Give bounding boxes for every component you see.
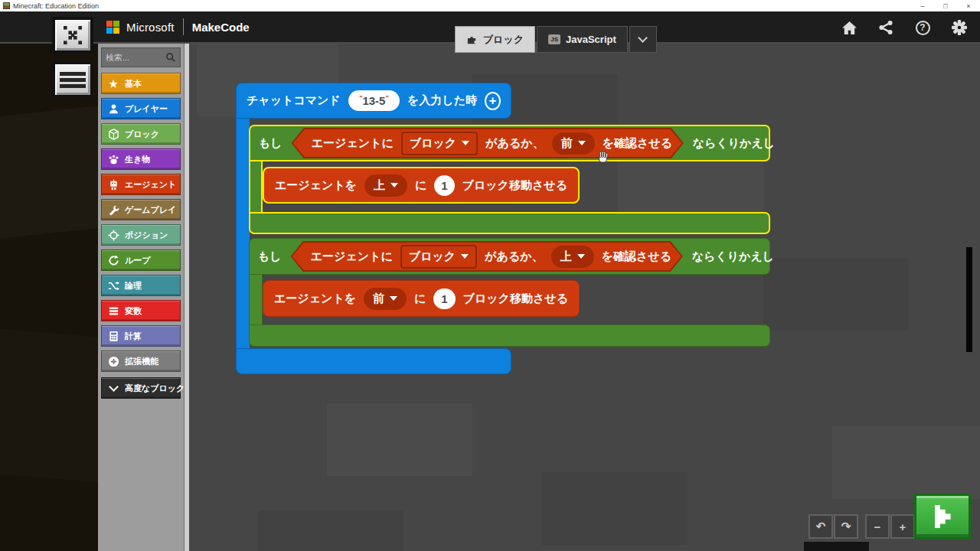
repeat-while-block-1-spine[interactable] [249, 161, 263, 212]
toolbox-category-agent[interactable]: エージェント [101, 174, 181, 195]
editor-tabs: ブロック JS JavaScript [455, 26, 657, 53]
microsoft-logo-icon [106, 21, 119, 34]
microsoft-label: Microsoft [126, 21, 175, 34]
loop-icon [107, 254, 119, 266]
toolbox-category-variables[interactable]: 変数 [101, 300, 181, 321]
play-button[interactable] [914, 494, 971, 540]
chat-command-block[interactable]: チャットコマンド "13-5" を入力した時 + [236, 83, 511, 119]
share-button[interactable] [877, 19, 894, 36]
restore-button[interactable]: □ [934, 0, 957, 11]
repeat-while-block-1-foot[interactable] [249, 212, 770, 234]
repeat-while-block-2-spine[interactable] [249, 275, 263, 325]
chat-command-block-foot[interactable] [236, 348, 511, 374]
chevron-down-icon [107, 382, 119, 394]
search-input[interactable] [106, 53, 165, 62]
game-menu-button[interactable] [52, 61, 93, 98]
window-controls: – □ × [911, 0, 980, 11]
move-direction-dropdown[interactable]: 前 [364, 288, 407, 310]
agent-move-block-2[interactable]: エージェントを 前 に 1 ブロック移動させる [263, 280, 580, 317]
terrain-shade [0, 328, 98, 482]
home-button[interactable] [841, 19, 858, 36]
pixel-x-icon [63, 26, 83, 44]
cube-icon [107, 128, 119, 140]
undo-button[interactable]: ↶ [808, 514, 833, 539]
target-icon [107, 229, 119, 241]
dropdown-caret-icon [461, 254, 469, 259]
tab-javascript-label: JavaScript [566, 34, 616, 45]
toolbox-category-mobs[interactable]: 生き物 [101, 148, 181, 170]
toolbox-category-math[interactable]: 計算 [101, 325, 181, 347]
undo-icon: ↶ [816, 520, 826, 533]
detect-direction-dropdown[interactable]: 前 [552, 132, 595, 155]
toolbox-category-basic[interactable]: ★ 基本 [101, 73, 181, 94]
nav-actions: ? [841, 11, 980, 44]
search-icon [165, 52, 176, 63]
brand-divider [183, 18, 184, 35]
help-icon: ? [916, 21, 930, 35]
os-titlebar: Minecraft: Education Edition – □ × [0, 0, 980, 11]
dropdown-caret-icon [462, 141, 469, 145]
repeat-while-block-2[interactable]: もし エージェントに ブロック があるか、 上 を確認させる ならくりかえし [249, 238, 770, 275]
player-icon [107, 103, 119, 115]
move-count-field[interactable]: 1 [434, 175, 454, 196]
plus-icon: + [900, 520, 906, 533]
move-count-field[interactable]: 1 [433, 289, 455, 309]
redo-icon: ↷ [841, 520, 851, 533]
minus-icon: − [874, 520, 881, 533]
repeat-while-block-1[interactable]: もし エージェントに ブロック があるか、 前 を確認させる ならくりかえし [249, 125, 770, 161]
agent-icon [107, 178, 119, 191]
toolbox-category-gameplay[interactable]: ゲームプレイ [101, 199, 181, 220]
toolbox-category-position[interactable]: ポジション [101, 224, 181, 246]
tab-blocks[interactable]: ブロック [455, 26, 535, 53]
detect-type-dropdown[interactable]: ブロック [401, 132, 478, 155]
toolbox-category-player[interactable]: プレイヤー [101, 98, 181, 119]
plus-circle-icon [107, 355, 119, 367]
command-value-field[interactable]: "13-5" [348, 90, 400, 111]
close-button[interactable]: × [957, 0, 980, 11]
toolbox-category-logic[interactable]: 論理 [101, 275, 181, 296]
dropdown-caret-icon [577, 254, 585, 259]
more-tabs-button[interactable] [629, 26, 657, 53]
settings-button[interactable] [951, 19, 968, 36]
zoom-out-button[interactable]: − [865, 514, 890, 539]
help-button[interactable]: ? [914, 19, 931, 36]
toolbox-search[interactable] [101, 47, 181, 67]
toolbox-scrollbar[interactable] [184, 44, 189, 551]
detect-type-dropdown[interactable]: ブロック [400, 245, 477, 269]
wrench-icon [107, 204, 119, 216]
tab-javascript[interactable]: JS JavaScript [537, 26, 628, 53]
home-icon [841, 21, 858, 35]
minimize-button[interactable]: – [911, 0, 934, 11]
toolbox-category-extensions[interactable]: 拡張機能 [101, 350, 181, 372]
add-parameter-icon[interactable]: + [485, 92, 501, 110]
js-icon: JS [548, 34, 560, 44]
puzzle-icon [466, 34, 478, 45]
detect-direction-dropdown[interactable]: 上 [551, 246, 594, 268]
gear-icon [952, 20, 967, 35]
terrain-shade [0, 106, 98, 238]
minecraft-app-icon [3, 2, 10, 9]
hamburger-icon [60, 70, 86, 90]
workspace-scrollbar[interactable] [966, 247, 972, 352]
chat-command-block-spine[interactable] [236, 118, 250, 349]
toolbox-advanced-toggle[interactable]: 高度なブロック [101, 377, 181, 399]
tab-blocks-label: ブロック [483, 33, 524, 47]
dropdown-caret-icon [390, 183, 398, 187]
toolbox-category-loops[interactable]: ループ [101, 249, 181, 271]
block-toolbox: ★ 基本 プレイヤー ブロック 生き物 エージェント ゲームプレイ ポジション [98, 44, 184, 551]
share-icon [878, 20, 893, 35]
toolbox-category-blocks[interactable]: ブロック [101, 123, 181, 145]
makecode-label: MakeCode [192, 21, 250, 34]
zoom-in-button[interactable]: + [890, 514, 915, 539]
expand-game-button[interactable] [52, 17, 93, 54]
agent-detect-condition-2[interactable]: エージェントに ブロック があるか、 上 を確認させる [291, 241, 683, 272]
move-direction-dropdown[interactable]: 上 [364, 174, 407, 197]
chevron-down-icon [638, 33, 648, 43]
redo-button[interactable]: ↷ [834, 514, 858, 539]
dropdown-caret-icon [578, 141, 586, 145]
repeat-while-block-2-foot[interactable] [249, 324, 770, 347]
agent-move-block-1[interactable]: エージェントを 上 に 1 ブロック移動させる [263, 167, 580, 204]
variables-icon [107, 305, 119, 317]
agent-detect-condition-1[interactable]: エージェントに ブロック があるか、 前 を確認させる [292, 128, 684, 158]
block-workspace[interactable]: チャットコマンド "13-5" を入力した時 + もし エージェントに ブロック… [189, 44, 980, 551]
